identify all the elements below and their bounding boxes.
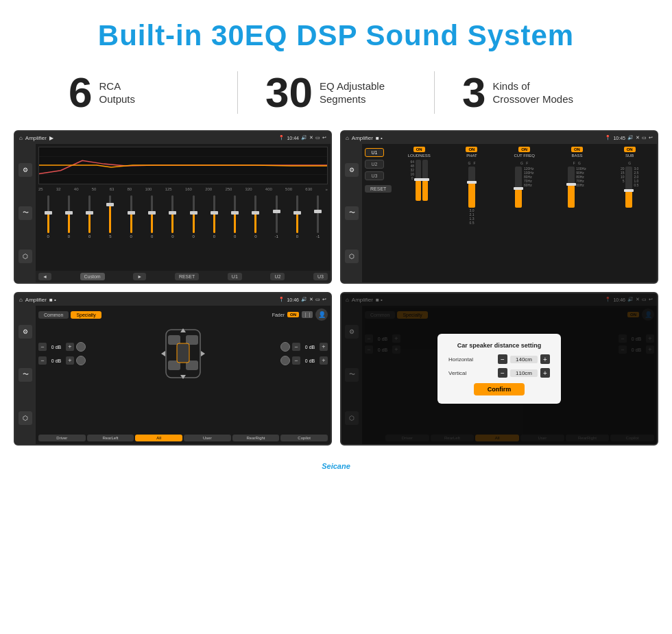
fader-sidebar-icon-3[interactable]: ⬡ <box>19 411 32 425</box>
stat-number-rca: 6 <box>69 71 92 114</box>
fader-left-sidebar: ⚙ 〜 ⬡ <box>15 306 36 444</box>
svg-marker-12 <box>201 351 205 356</box>
eq-prev-btn[interactable]: ◄ <box>38 273 51 280</box>
eq-custom-btn[interactable]: Custom <box>80 273 105 280</box>
amp-close-icon[interactable]: ✕ <box>636 135 640 141</box>
dialog-vertical-row: Vertical − 110cm + <box>448 368 550 378</box>
amp-back-icon[interactable]: ↩ <box>649 135 653 141</box>
dialog-confirm-btn[interactable]: Confirm <box>474 383 525 395</box>
fader-on-badge[interactable]: ON <box>287 312 299 317</box>
fader-rr-plus[interactable]: + <box>320 356 328 365</box>
eq-slider-12: 0 <box>287 195 307 239</box>
fader-fr-plus[interactable]: + <box>320 343 328 351</box>
fader-fr-speaker <box>280 342 290 352</box>
amp-u1-btn[interactable]: U1 <box>365 148 384 157</box>
dialog-horizontal-minus[interactable]: − <box>498 354 507 364</box>
fader-fl-minus[interactable]: − <box>38 343 47 351</box>
loudness-on-badge[interactable]: ON <box>413 147 425 152</box>
header: Built-in 30EQ DSP Sound System <box>0 0 672 64</box>
fader-screen-wrap: ⌂ Amplifier ■ • 📍 10:46 🔊 ✕ ▭ ↩ ⚙ 〜 ⬡ <box>14 292 332 446</box>
fader-rl-minus[interactable]: − <box>38 356 47 365</box>
eq-u2-btn[interactable]: U2 <box>270 273 285 280</box>
amp-sidebar-icon-2[interactable]: 〜 <box>345 206 359 220</box>
fader-rr-minus[interactable]: − <box>292 356 300 365</box>
fader-time: 10:46 <box>287 297 299 302</box>
eq-sidebar-icon-2[interactable]: 〜 <box>19 206 32 220</box>
fader-copilot-btn[interactable]: Copilot <box>280 435 328 441</box>
fader-fr-minus[interactable]: − <box>292 343 300 351</box>
fader-status-bar: ⌂ Amplifier ■ • 📍 10:46 🔊 ✕ ▭ ↩ <box>15 293 331 306</box>
dialog-horizontal-plus[interactable]: + <box>540 354 550 364</box>
amp-home-icon[interactable]: ⌂ <box>346 135 349 141</box>
eq-home-icon[interactable]: ⌂ <box>19 135 23 141</box>
eq-screen-icon: ▭ <box>315 135 320 141</box>
fader-common-tab[interactable]: Common <box>38 311 69 319</box>
fader-sidebar-icon-1[interactable]: ⚙ <box>19 325 32 339</box>
fader-fl-speaker <box>76 342 86 352</box>
fader-back-icon[interactable]: ↩ <box>322 297 326 302</box>
amp-screen-wrap: ⌂ Amplifier ■ • 📍 10:45 🔊 ✕ ▭ ↩ ⚙ 〜 ⬡ <box>340 130 658 284</box>
eq-u1-btn[interactable]: U1 <box>228 273 242 280</box>
fader-specialty-tab[interactable]: Specialty <box>71 311 101 319</box>
stat-label-rca: RCAOutputs <box>99 80 135 106</box>
svg-rect-8 <box>177 343 189 363</box>
eq-reset-btn[interactable]: RESET <box>175 273 199 280</box>
eq-close-icon[interactable]: ✕ <box>309 135 313 141</box>
fader-home-icon[interactable]: ⌂ <box>19 297 23 303</box>
eq-left-sidebar: ⚙ 〜 ⬡ <box>15 144 36 282</box>
fader-user-icon[interactable]: 👤 <box>315 308 328 321</box>
bass-label: BASS <box>571 154 582 158</box>
eq-sidebar-icon-3[interactable]: ⬡ <box>19 249 32 263</box>
eq-slider-6: 0 <box>163 195 182 239</box>
eq-screen-wrap: ⌂ Amplifier ▶ 📍 10:44 🔊 ✕ ▭ ↩ ⚙ 〜 ⬡ <box>14 130 332 284</box>
fader-rearright-btn[interactable]: RearRight <box>232 435 280 441</box>
fader-fl-plus[interactable]: + <box>66 343 74 351</box>
eq-main-content: 2532405063 80100125160200 25032040050063… <box>36 144 331 282</box>
amp-sub-channel: ON SUB G 20 15 10 5 <box>605 147 654 208</box>
stat-label-eq: EQ AdjustableSegments <box>320 80 385 106</box>
amp-cutfreq-channel: ON CUT FREQ G F 120Hz 100Hz <box>500 147 549 208</box>
eq-slider-11: -1 <box>267 195 286 239</box>
eq-u3-btn[interactable]: U3 <box>313 273 328 280</box>
amp-u2-btn[interactable]: U2 <box>365 160 384 169</box>
amp-sidebar-icon-3[interactable]: ⬡ <box>345 249 359 263</box>
eq-sidebar-icon-1[interactable]: ⚙ <box>19 163 32 177</box>
cutfreq-on-badge[interactable]: ON <box>518 147 530 152</box>
fader-user-btn[interactable]: User <box>184 435 231 441</box>
amp-screen-icon: ▭ <box>642 135 647 141</box>
amp-location-icon: 📍 <box>605 135 611 141</box>
fader-rl-plus[interactable]: + <box>66 356 74 365</box>
fader-label: Fader <box>272 313 285 317</box>
fader-sp-rl: − 0 dB + <box>38 356 86 365</box>
amp-left-sidebar: ⚙ 〜 ⬡ <box>341 144 362 282</box>
stat-crossover: 3 Kinds ofCrossover Modes <box>435 71 631 114</box>
dialog-vertical-minus[interactable]: − <box>498 368 507 378</box>
bass-on-badge[interactable]: ON <box>571 147 583 152</box>
fader-sp-fl: − 0 dB + <box>38 342 86 352</box>
stats-row: 6 RCAOutputs 30 EQ AdjustableSegments 3 … <box>0 64 672 130</box>
fader-rl-speaker <box>76 356 86 365</box>
fader-all-btn[interactable]: All <box>135 435 182 441</box>
dialog-title: Car speaker distance setting <box>448 342 550 349</box>
dialog-vertical-plus[interactable]: + <box>540 368 550 378</box>
distance-dialog: Car speaker distance setting Horizontal … <box>437 334 561 404</box>
eq-expand-icon[interactable]: » <box>326 187 328 191</box>
svg-marker-9 <box>180 328 186 332</box>
eq-back-icon[interactable]: ↩ <box>322 135 326 141</box>
phat-on-badge[interactable]: ON <box>466 147 477 152</box>
amp-main-content: U1 U2 U3 RESET ON LOUDNESS <box>362 144 657 282</box>
fader-rearleft-btn[interactable]: RearLeft <box>87 435 134 441</box>
amp-u3-btn[interactable]: U3 <box>365 171 384 180</box>
eq-next-btn[interactable]: ► <box>133 273 146 280</box>
amp-reset-btn[interactable]: RESET <box>365 185 392 193</box>
stat-label-crossover: Kinds ofCrossover Modes <box>492 80 573 106</box>
eq-slider-7: 0 <box>184 195 203 239</box>
amp-sidebar-icon-1[interactable]: ⚙ <box>345 163 359 177</box>
fader-driver-btn[interactable]: Driver <box>38 435 86 441</box>
sub-on-badge[interactable]: ON <box>624 147 636 152</box>
fader-close-icon[interactable]: ✕ <box>309 297 313 302</box>
distance-dialog-overlay: Car speaker distance setting Horizontal … <box>341 293 657 444</box>
eq-slider-0: 0 <box>38 195 58 239</box>
fader-main-content: Common Specialty Fader ON 👤 <box>36 306 331 444</box>
fader-sidebar-icon-2[interactable]: 〜 <box>19 368 32 382</box>
